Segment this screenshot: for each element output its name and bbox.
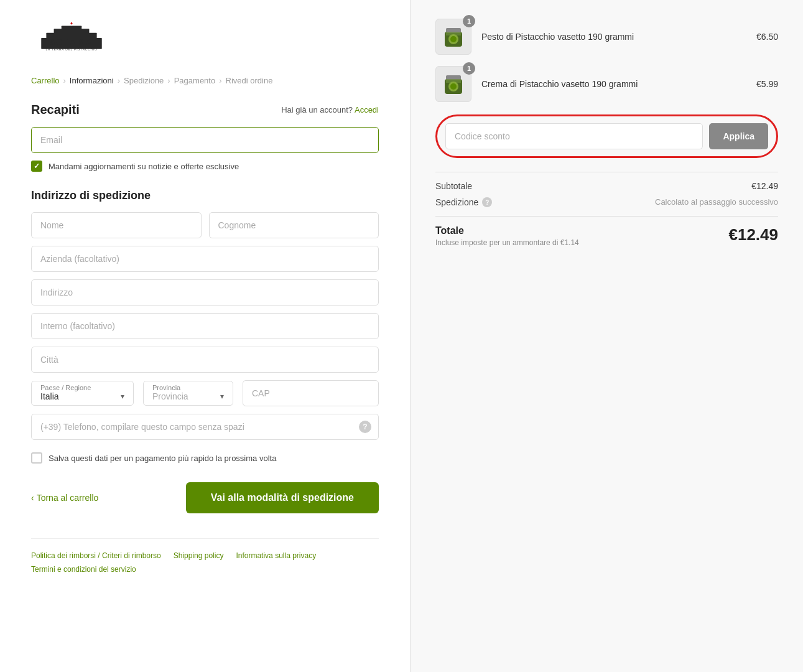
footer-link-3[interactable]: Informativa sulla privacy [236,551,316,561]
phone-help-icon[interactable]: ? [359,421,371,433]
breadcrumb-carrello[interactable]: Carrello [31,76,60,85]
provincia-chevron: ▾ [220,392,224,401]
product-name-1: Pesto di Pistacchio vasetto 190 grammi [481,32,746,42]
page-footer: Politica dei rimborsi / Criteri di rimbo… [31,538,379,574]
spedizione-row: Spedizione ? Calcolato al passaggio succ… [435,197,778,207]
spedizione-label: Spedizione [435,197,478,207]
paese-chevron: ▾ [121,392,124,401]
footer-link-1[interactable]: Politica dei rimborsi / Criteri di rimbo… [31,551,161,561]
subtotale-value: €12.49 [751,181,778,191]
interno-input[interactable] [31,313,379,339]
product-price-2: €5.99 [756,79,778,89]
left-panel: SCIARA LA TERRA DEL PISTACCHIO Carrello … [0,0,411,672]
footer-actions: ‹ Torna al carrello Vai alla modalità di… [31,482,379,513]
name-row [31,212,379,246]
product-badge-1: 1 [463,15,475,27]
email-input[interactable] [31,127,379,153]
footer-link-2[interactable]: Shipping policy [174,551,224,561]
svg-rect-3 [62,26,82,30]
product-name-2: Crema di Pistacchio vasetto 190 grammi [481,79,746,89]
product-price-1: €6.50 [756,32,778,42]
save-checkbox[interactable] [31,452,42,464]
svg-point-15 [450,83,457,90]
jar-svg-1 [440,23,467,50]
totale-value: €12.49 [728,225,778,245]
breadcrumb-rivedi: Rivedi ordine [226,76,273,85]
subtotale-row: Subtotale €12.49 [435,181,778,191]
recapiti-header: Recapiti Hai già un account? Accedi [31,103,379,117]
discount-section: Applica [435,114,778,158]
breadcrumb: Carrello › Informazioni › Spedizione › P… [31,76,379,85]
submit-button[interactable]: Vai alla modalità di spedizione [186,482,379,513]
paese-label: Paese / Regione [40,384,124,391]
nome-input[interactable] [31,212,202,238]
discount-input[interactable] [445,123,703,149]
recapiti-title: Recapiti [31,103,80,117]
save-label: Salva questi dati per un pagamento più r… [49,454,276,463]
paese-value: Italia [40,391,59,401]
provincia-value: Provincia [152,391,188,401]
totals-section: Subtotale €12.49 Spedizione ? Calcolato … [435,172,778,247]
logo-area: SCIARA LA TERRA DEL PISTACCHIO [31,19,379,61]
spedizione-value: Calcolato al passaggio successivo [655,197,778,207]
newsletter-row: Mandami aggiornamenti su notizie e offer… [31,161,379,172]
phone-input[interactable] [31,414,379,440]
product-list: 1 Pesto di Pistacchio vasetto 190 grammi… [435,19,778,102]
svg-text:SCIARA: SCIARA [50,37,94,47]
phone-row: ? [31,414,379,440]
back-link[interactable]: ‹ Torna al carrello [31,493,98,503]
subtotale-label: Subtotale [435,181,472,191]
city-row: Paese / Regione Italia ▾ Provincia Provi… [31,380,379,406]
newsletter-checkbox[interactable] [31,161,42,172]
product-img-wrap-2: 1 [435,66,471,102]
back-label: Torna al carrello [37,493,99,503]
cognome-input[interactable] [209,212,379,238]
grand-total: Totale Incluse imposte per un ammontare … [435,216,778,247]
paese-wrapper: Paese / Regione Italia ▾ [31,380,137,406]
totale-label: Totale [435,225,579,236]
provincia-wrapper: Provincia Provincia ▾ [143,380,236,406]
cap-input[interactable] [243,380,379,406]
totale-sub: Incluse imposte per un ammontare di €1.1… [435,238,579,247]
breadcrumb-informazioni: Informazioni [70,76,114,85]
breadcrumb-spedizione: Spedizione [124,76,164,85]
spedizione-help-icon[interactable]: ? [482,197,492,207]
footer-link-4[interactable]: Termini e condizioni del servizio [31,565,136,574]
product-img-wrap-1: 1 [435,19,471,55]
shipping-title: Indirizzo di spedizione [31,189,379,202]
azienda-input[interactable] [31,246,379,272]
product-badge-2: 1 [463,62,475,75]
svg-text:LA TERRA DEL PISTACCHIO: LA TERRA DEL PISTACCHIO [45,48,97,51]
right-panel: 1 Pesto di Pistacchio vasetto 190 grammi… [411,0,803,672]
jar-svg-2 [440,70,467,98]
breadcrumb-pagamento: Pagamento [174,76,216,85]
indirizzo-input[interactable] [31,279,379,306]
citta-input[interactable] [31,347,379,373]
product-item-1: 1 Pesto di Pistacchio vasetto 190 grammi… [435,19,778,55]
save-checkbox-row: Salva questi dati per un pagamento più r… [31,452,379,464]
provincia-label: Provincia [152,384,224,391]
accedi-link[interactable]: Accedi [355,105,379,114]
svg-point-10 [450,36,457,42]
product-item-2: 1 Crema di Pistacchio vasetto 190 grammi… [435,66,778,102]
back-chevron: ‹ [31,493,34,503]
logo-svg: SCIARA LA TERRA DEL PISTACCHIO [31,19,112,59]
newsletter-label: Mandami aggiornamenti su notizie e offer… [49,162,239,171]
applica-button[interactable]: Applica [709,123,768,149]
account-prompt: Hai già un account? Accedi [281,105,379,114]
